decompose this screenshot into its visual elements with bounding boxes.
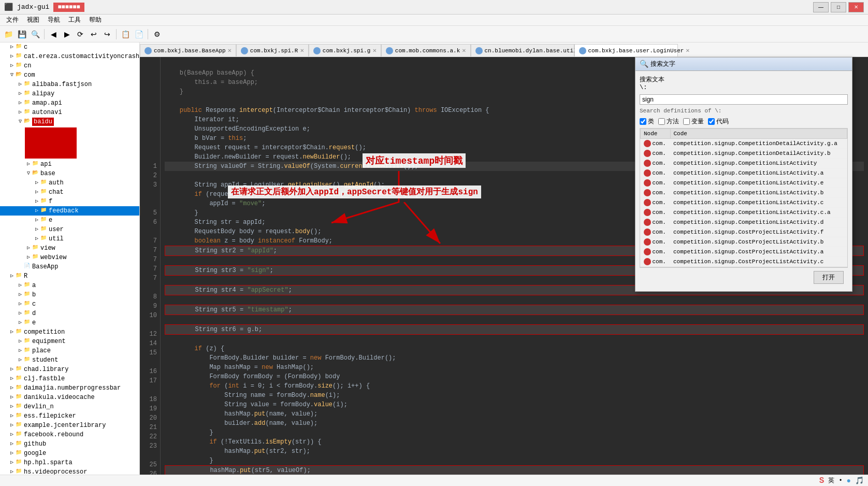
toolbar-open[interactable]: 📁 — [2, 28, 15, 40]
tab-imageloader[interactable]: cn.bluemobi.dylan.base.utils.ImageLoader… — [471, 44, 574, 56]
sidebar-item-competition[interactable]: ▷ 📁 competition — [0, 327, 139, 337]
checkbox-method[interactable]: 方法 — [658, 117, 679, 126]
sidebar-item-cat[interactable]: ▷ 📁 cat.ereza.customactivityoncrash — [0, 52, 139, 61]
sidebar-item-example[interactable]: ▷ 📁 example.jcenterlibrary — [0, 421, 139, 430]
sidebar-item-e[interactable]: ▷ 📁 e — [0, 216, 139, 225]
menu-tools[interactable]: 工具 — [64, 15, 85, 25]
sidebar-item-amap[interactable]: ▷ 📁 amap.api — [0, 98, 139, 108]
table-row[interactable]: com. competition.signup.CompetitionListA… — [641, 198, 847, 208]
toolbar-btn4[interactable]: ⟳ — [74, 28, 86, 40]
menu-nav[interactable]: 导航 — [44, 15, 64, 25]
sidebar-item-base[interactable]: ▽ 📂 base — [0, 169, 139, 178]
search-results-scroll[interactable]: Node Code com. competition.signup.Compet… — [640, 128, 848, 267]
table-row[interactable]: com. competition.signup.CostProjectListA… — [641, 237, 847, 247]
sidebar-item-d[interactable]: ▷ 📁 d — [0, 309, 139, 318]
toolbar-btn3[interactable]: 🔍 — [29, 28, 41, 40]
sidebar-item-a[interactable]: ▷ 📁 a — [0, 281, 139, 290]
table-row[interactable]: com. competition.signup.CompetitionListA… — [641, 208, 847, 218]
sidebar-item-cn[interactable]: ▷ 📁 cn — [0, 61, 139, 70]
sidebar-item-feedback[interactable]: ▷ 📁 feedback — [0, 206, 139, 216]
open-button[interactable]: 打开 — [814, 271, 844, 284]
tab-mob[interactable]: com.mob.commons.a.k ✕ — [381, 44, 471, 56]
search-dialog: 🔍 搜索文字 搜索文本\: Search definitions of \: 类… — [635, 57, 852, 292]
table-row[interactable]: com. competition.signup.CompetitionListA… — [641, 218, 847, 227]
sidebar-item-clj[interactable]: ▷ 📁 clj.fastble — [0, 374, 139, 383]
sidebar-item-R[interactable]: ▷ 📁 R — [0, 271, 139, 281]
sidebar-item-hp[interactable]: ▷ 📁 hp.hpl.sparta — [0, 458, 139, 467]
file-icon: 📄 — [24, 263, 32, 271]
sidebar-item-baidu[interactable]: ▽ 📂 baidu — [0, 117, 139, 126]
sidebar-item-auth[interactable]: ▷ 📁 auth — [0, 178, 139, 188]
checkbox-code[interactable]: 代码 — [708, 117, 729, 126]
sidebar-item-api[interactable]: ▷ 📁 api — [0, 160, 139, 169]
toolbar-copy[interactable]: 📋 — [119, 28, 132, 40]
search-dialog-body: 搜索文本\: Search definitions of \: 类 方法 变量 … — [635, 71, 852, 291]
table-row[interactable]: com. competition.signup.CostProjectListA… — [641, 247, 847, 257]
tab-close-mob[interactable]: ✕ — [462, 47, 466, 54]
table-row[interactable]: com. competition.signup.CompetitionListA… — [641, 178, 847, 188]
tab-close-spi-g[interactable]: ✕ — [373, 47, 377, 54]
tab-close-spi-r[interactable]: ✕ — [300, 47, 304, 54]
table-row[interactable]: com. competition.signup.CompetitionDetai… — [641, 139, 847, 149]
sidebar-item-f[interactable]: ▷ 📁 f — [0, 197, 139, 206]
sidebar-item-c[interactable]: ▷ 📁 c — [0, 42, 139, 52]
toolbar-settings[interactable]: ⚙ — [151, 28, 163, 40]
toolbar-btn8[interactable]: 📄 — [133, 28, 145, 40]
toolbar-sep3 — [148, 29, 148, 39]
tab-close-baseapp[interactable]: ✕ — [228, 47, 232, 54]
table-row[interactable]: com. competition.signup.CompetitionListA… — [641, 168, 847, 178]
tab-spi-g[interactable]: com.bxkj.spi.g ✕ — [309, 44, 381, 56]
sidebar-item-b[interactable]: ▷ 📁 b — [0, 290, 139, 299]
folder-icon: 📁 — [16, 384, 24, 392]
table-row[interactable]: com. competition.signup.CostProjectListA… — [641, 227, 847, 237]
sidebar-item-e2[interactable]: ▷ 📁 e — [0, 318, 139, 327]
maximize-button[interactable]: □ — [831, 2, 846, 12]
search-input[interactable] — [640, 94, 848, 105]
dialog-footer: 打开 — [640, 267, 848, 287]
sidebar-item-autonavi[interactable]: ▷ 📁 autonavi — [0, 108, 139, 117]
toolbar-btn5[interactable]: ↩ — [88, 28, 100, 40]
tab-loginuser[interactable]: com.bxkj.base.user.LoginUser ✕ — [574, 44, 678, 57]
sidebar-item-view[interactable]: ▷ 📁 view — [0, 244, 139, 253]
checkbox-class[interactable]: 类 — [640, 117, 654, 126]
toolbar-btn6[interactable]: ↪ — [101, 28, 113, 40]
toolbar-forward[interactable]: ▶ — [61, 28, 73, 40]
table-row[interactable]: com. competition.signup.CompetitionListA… — [641, 188, 847, 198]
sidebar-item-github[interactable]: ▷ 📁 github — [0, 439, 139, 449]
sidebar-item-alibaba[interactable]: ▷ 📁 alibaba.fastjson — [0, 80, 139, 89]
toolbar-save[interactable]: 💾 — [16, 28, 28, 40]
result-icon — [644, 219, 651, 226]
sidebar-item-google[interactable]: ▷ 📁 google — [0, 449, 139, 458]
tab-close-loginuser[interactable]: ✕ — [686, 47, 689, 54]
sidebar-item-com[interactable]: ▽ 📂 com — [0, 70, 139, 80]
sidebar-item-chat[interactable]: ▷ 📁 chat — [0, 188, 139, 197]
menu-help[interactable]: 帮助 — [85, 15, 106, 25]
sidebar-item-c2[interactable]: ▷ 📁 c — [0, 299, 139, 309]
sidebar-item-webview[interactable]: ▷ 📁 webview — [0, 253, 139, 262]
sidebar-item-util[interactable]: ▷ 📁 util — [0, 234, 139, 244]
tab-baseapp[interactable]: com.bxkj.base.BaseApp ✕ — [140, 44, 236, 56]
close-button[interactable]: ✕ — [848, 2, 864, 12]
sidebar-item-ess[interactable]: ▷ 📁 ess.filepicker — [0, 411, 139, 421]
sidebar-item-facebook[interactable]: ▷ 📁 facebook.rebound — [0, 430, 139, 439]
sidebar-item-user[interactable]: ▷ 📁 user — [0, 225, 139, 234]
sidebar-item-devlin[interactable]: ▷ 📁 devlin_n — [0, 402, 139, 411]
minimize-button[interactable]: — — [813, 2, 829, 12]
sidebar-item-baseapp[interactable]: 📄 BaseApp — [0, 262, 139, 271]
sidebar-item-alipay[interactable]: ▷ 📁 alipay — [0, 89, 139, 98]
table-row[interactable]: com. competition.signup.CompetitionDetai… — [641, 149, 847, 159]
folder-icon: 📁 — [24, 347, 32, 355]
sidebar-item-daimajia[interactable]: ▷ 📁 daimajia.numberprogressbar — [0, 383, 139, 393]
checkbox-var[interactable]: 变量 — [683, 117, 704, 126]
sidebar-item-place[interactable]: ▷ 📁 place — [0, 346, 139, 355]
toolbar-back[interactable]: ◀ — [47, 28, 60, 40]
sidebar-item-danikula[interactable]: ▷ 📁 danikula.videocache — [0, 393, 139, 402]
table-row[interactable]: com. competition.signup.CostProjectListA… — [641, 257, 847, 267]
table-row[interactable]: com. competition.signup.CompetitionListA… — [641, 159, 847, 168]
sidebar-item-equipment[interactable]: ▷ 📁 equipment — [0, 337, 139, 346]
sidebar-item-student[interactable]: ▷ 📁 student — [0, 355, 139, 365]
tab-spi-r[interactable]: com.bxkj.spi.R ✕ — [236, 44, 309, 56]
menu-view[interactable]: 视图 — [23, 15, 44, 25]
menu-file[interactable]: 文件 — [2, 15, 23, 25]
sidebar-item-chad[interactable]: ▷ 📁 chad.library — [0, 365, 139, 374]
